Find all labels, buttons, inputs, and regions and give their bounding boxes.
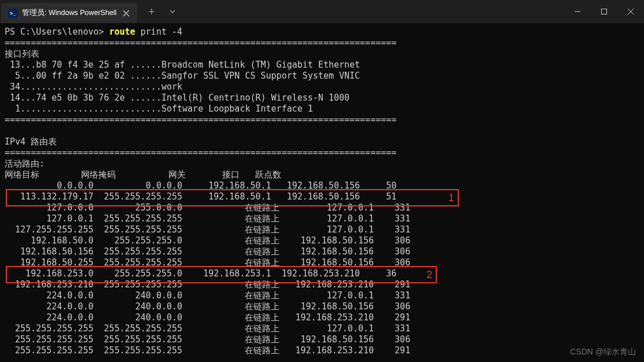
interface-row: 1...........................Software Loo… [5,104,313,114]
route-row: 192.168.50.156 255.255.255.255 在链路上 192.… [5,246,410,257]
route-row: 127.0.0.1 255.255.255.255 在链路上 127.0.0.1… [5,213,410,224]
route-row: 192.168.50.255 255.255.255.255 在链路上 192.… [5,257,410,268]
route-row: 192.168.253.0 255.255.255.0 192.168.253.… [5,268,396,279]
close-tab-button[interactable] [121,8,131,19]
route-row: 224.0.0.0 240.0.0.0 在链路上 127.0.0.1 331 [5,290,410,301]
command-rest: print -4 [135,27,182,37]
minimize-button[interactable] [564,0,591,23]
new-tab-button[interactable] [142,2,161,21]
close-window-button[interactable] [617,0,644,23]
tab-actions [137,0,182,23]
route-row: 113.132.179.17 255.255.255.255 192.168.5… [5,191,396,202]
interface-list-header: 接口列表 [5,49,39,59]
interface-row: 14...74 e5 0b 3b 76 2e ......Intel(R) Ce… [5,93,349,103]
active-routes-label: 活动路由: [5,158,45,169]
close-icon [627,8,634,15]
plus-icon [148,8,155,15]
tab-dropdown-button[interactable] [163,2,182,21]
tab-strip: >_ 管理员: Windows PowerShell [0,0,137,23]
command-highlighted: route [109,27,135,37]
interface-row: 13...b8 70 f4 3e 25 af ......Broadcom Ne… [5,60,360,70]
close-icon [123,10,130,17]
divider-line: ========================================… [5,147,396,158]
route-row: 224.0.0.0 240.0.0.0 在链路上 192.168.50.156 … [5,301,410,312]
route-row: 224.0.0.0 240.0.0.0 在链路上 192.168.253.210… [5,312,410,323]
route-row: 0.0.0.0 0.0.0.0 192.168.50.1 192.168.50.… [5,180,396,191]
route-row: 255.255.255.255 255.255.255.255 在链路上 127… [5,323,410,334]
route-row: 255.255.255.255 255.255.255.255 在链路上 192… [5,345,410,356]
titlebar-drag-area[interactable] [182,0,564,23]
tab-title-text: 管理员: Windows PowerShell [22,8,116,18]
minimize-icon [574,8,581,15]
route-table-title: IPv4 路由表 [5,136,57,147]
divider-line: ========================================… [5,38,396,48]
terminal-output[interactable]: PS C:\Users\lenovo> route print -4 =====… [0,23,644,360]
tab-powershell[interactable]: >_ 管理员: Windows PowerShell [1,3,137,23]
interface-row: 34...........................work [5,82,182,92]
powershell-icon: >_ [8,9,17,18]
maximize-icon [601,8,608,15]
watermark: CSDN @绿水青山 [570,347,636,357]
window-controls [564,0,644,23]
chevron-down-icon [169,8,176,15]
route-row: 192.168.50.0 255.255.255.0 在链路上 192.168.… [5,235,410,246]
maximize-button[interactable] [591,0,617,23]
route-columns-header: 网络目标 网络掩码 网关 接口 跃点数 [5,169,281,180]
divider-line: ========================================… [5,114,396,125]
route-row: 127.255.255.255 255.255.255.255 在链路上 127… [5,224,410,235]
route-row: 192.168.253.210 255.255.255.255 在链路上 192… [5,279,410,290]
titlebar: >_ 管理员: Windows PowerShell [0,0,644,23]
interface-row: 5...00 ff 2a 9b e2 02 ......Sangfor SSL … [5,71,360,81]
route-row: 255.255.255.255 255.255.255.255 在链路上 192… [5,334,410,345]
svg-rect-0 [602,9,607,14]
route-row: 127.0.0.0 255.0.0.0 在链路上 127.0.0.1 331 [5,202,410,213]
prompt-prefix: PS C:\Users\lenovo> [5,27,109,37]
